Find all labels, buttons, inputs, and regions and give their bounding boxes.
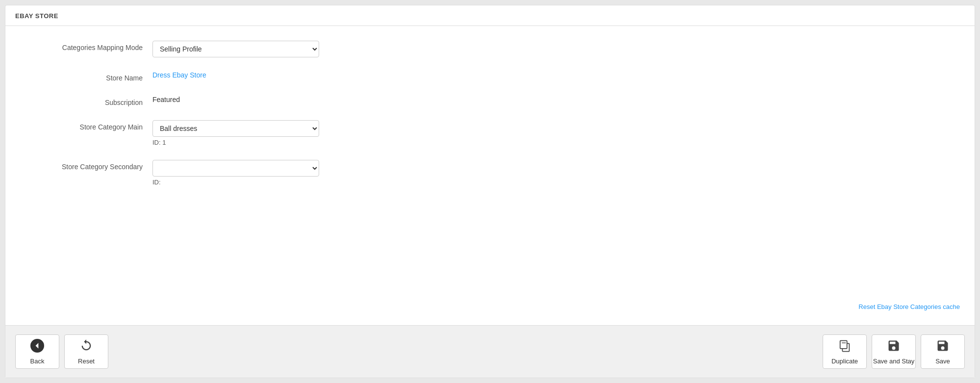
store-name-field: Dress Ebay Store	[152, 71, 398, 79]
store-category-secondary-field: ID:	[152, 160, 398, 186]
back-icon	[30, 339, 44, 355]
footer-bar: Back Reset	[5, 325, 975, 378]
save-button[interactable]: Save	[921, 334, 965, 369]
store-category-main-field: Ball dresses Evening dresses Casual ID: …	[152, 120, 398, 146]
reset-button[interactable]: Reset	[64, 334, 108, 369]
categories-mapping-select[interactable]: Selling Profile Manual Auto	[152, 41, 319, 57]
subscription-label: Subscription	[25, 96, 152, 106]
duplicate-icon	[838, 339, 852, 355]
duplicate-label: Duplicate	[831, 357, 858, 365]
store-category-secondary-row: Store Category Secondary ID:	[25, 160, 955, 186]
store-name-link[interactable]: Dress Ebay Store	[152, 71, 206, 79]
section-header: EBAY STORE	[5, 5, 975, 26]
categories-mapping-row: Categories Mapping Mode Selling Profile …	[25, 41, 955, 57]
footer-left: Back Reset	[15, 334, 108, 369]
save-and-stay-button[interactable]: Save and Stay	[872, 334, 916, 369]
store-category-main-id: ID: 1	[152, 139, 398, 146]
subscription-row: Subscription Featured	[25, 96, 955, 106]
main-container: EBAY STORE Categories Mapping Mode Selli…	[5, 5, 975, 378]
save-icon	[936, 339, 950, 355]
back-label: Back	[30, 357, 45, 365]
save-label: Save	[935, 357, 950, 365]
subscription-field: Featured	[152, 96, 398, 103]
footer-right: Duplicate Save and Stay Save	[823, 334, 965, 369]
subscription-value: Featured	[152, 93, 180, 103]
store-category-secondary-select[interactable]	[152, 160, 319, 177]
store-category-secondary-id: ID:	[152, 179, 398, 186]
reset-cache-link[interactable]: Reset Ebay Store Categories cache	[858, 303, 960, 310]
back-button[interactable]: Back	[15, 334, 59, 369]
section-title: EBAY STORE	[15, 12, 58, 20]
store-category-main-select[interactable]: Ball dresses Evening dresses Casual	[152, 120, 319, 137]
categories-mapping-label: Categories Mapping Mode	[25, 41, 152, 51]
store-name-label: Store Name	[25, 71, 152, 82]
reset-icon	[79, 339, 93, 355]
reset-label: Reset	[78, 357, 95, 365]
svg-rect-3	[840, 340, 847, 348]
store-name-row: Store Name Dress Ebay Store	[25, 71, 955, 82]
save-and-stay-icon	[887, 339, 901, 355]
categories-mapping-field: Selling Profile Manual Auto	[152, 41, 398, 57]
store-category-secondary-label: Store Category Secondary	[25, 160, 152, 171]
form-body: Categories Mapping Mode Selling Profile …	[5, 26, 975, 325]
save-and-stay-label: Save and Stay	[873, 357, 915, 365]
duplicate-button[interactable]: Duplicate	[823, 334, 867, 369]
store-category-main-row: Store Category Main Ball dresses Evening…	[25, 120, 955, 146]
store-category-main-label: Store Category Main	[25, 120, 152, 131]
